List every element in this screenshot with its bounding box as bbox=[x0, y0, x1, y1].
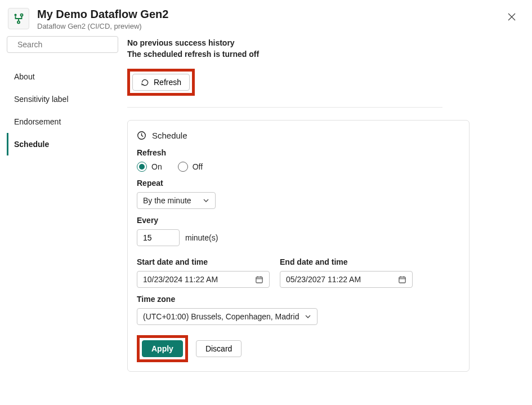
every-input[interactable] bbox=[137, 229, 180, 246]
discard-button-label: Discard bbox=[205, 344, 232, 353]
svg-rect-8 bbox=[256, 277, 262, 282]
refresh-icon bbox=[141, 78, 149, 87]
page-subtitle: Dataflow Gen2 (CI/CD, preview) bbox=[37, 22, 168, 30]
refresh-off-label: Off bbox=[193, 162, 203, 171]
timezone-select-value: (UTC+01:00) Brussels, Copenhagen, Madrid bbox=[143, 312, 299, 321]
calendar-icon bbox=[255, 275, 263, 284]
schedule-panel: Schedule Refresh On Off Repeat By the mi… bbox=[127, 120, 470, 372]
every-field-label: Every bbox=[137, 216, 460, 225]
radio-icon bbox=[137, 162, 147, 172]
end-date-input[interactable]: 05/23/2027 11:22 AM bbox=[280, 271, 413, 288]
refresh-radio-group: On Off bbox=[137, 162, 460, 172]
close-icon bbox=[508, 13, 516, 21]
divider bbox=[127, 107, 442, 108]
clock-icon bbox=[137, 131, 146, 140]
sidebar-item-about[interactable]: About bbox=[7, 65, 118, 88]
close-button[interactable] bbox=[506, 11, 517, 23]
refresh-on-label: On bbox=[151, 162, 162, 171]
svg-rect-12 bbox=[399, 277, 405, 282]
chevron-down-icon bbox=[203, 197, 209, 204]
repeat-field-label: Repeat bbox=[137, 179, 460, 188]
repeat-select[interactable]: By the minute bbox=[137, 192, 216, 209]
schedule-panel-header: Schedule bbox=[137, 131, 460, 140]
apply-highlight: Apply bbox=[137, 335, 188, 362]
refresh-button[interactable]: Refresh bbox=[132, 74, 190, 91]
timezone-field-label: Time zone bbox=[137, 295, 460, 304]
refresh-highlight: Refresh bbox=[127, 69, 195, 96]
refresh-radio-off[interactable]: Off bbox=[178, 162, 203, 172]
timezone-select[interactable]: (UTC+01:00) Brussels, Copenhagen, Madrid bbox=[137, 308, 318, 325]
discard-button[interactable]: Discard bbox=[196, 340, 242, 357]
radio-icon bbox=[178, 162, 188, 172]
apply-button-label: Apply bbox=[151, 344, 173, 353]
repeat-select-value: By the minute bbox=[143, 196, 191, 205]
refresh-field-label: Refresh bbox=[137, 148, 460, 157]
search-input-wrapper[interactable] bbox=[7, 36, 118, 53]
start-date-input[interactable]: 10/23/2024 11:22 AM bbox=[137, 271, 270, 288]
refresh-radio-on[interactable]: On bbox=[137, 162, 162, 172]
svg-point-0 bbox=[14, 14, 16, 16]
end-date-value: 05/23/2027 11:22 AM bbox=[286, 275, 361, 284]
svg-point-1 bbox=[20, 14, 23, 16]
dialog-header: My Demo Dataflow Gen2 Dataflow Gen2 (CI/… bbox=[0, 0, 532, 36]
status-refresh-off: The scheduled refresh is turned off bbox=[127, 50, 514, 59]
status-no-history: No previous success history bbox=[127, 38, 514, 47]
every-unit: minute(s) bbox=[185, 233, 218, 242]
start-date-value: 10/23/2024 11:22 AM bbox=[143, 275, 218, 284]
schedule-panel-title: Schedule bbox=[152, 131, 187, 140]
chevron-down-icon bbox=[305, 313, 311, 320]
apply-button[interactable]: Apply bbox=[142, 340, 183, 357]
search-input[interactable] bbox=[17, 40, 116, 49]
main-content: No previous success history The schedule… bbox=[125, 36, 525, 398]
sidebar-item-endorsement[interactable]: Endorsement bbox=[7, 110, 118, 133]
page-title: My Demo Dataflow Gen2 bbox=[37, 8, 168, 21]
sidebar-item-schedule[interactable]: Schedule bbox=[7, 133, 118, 155]
sidebar-item-sensitivity-label[interactable]: Sensitivity label bbox=[7, 88, 118, 110]
refresh-button-label: Refresh bbox=[154, 78, 181, 87]
dataflow-icon bbox=[8, 8, 29, 29]
sidebar: About Sensitivity label Endorsement Sche… bbox=[7, 36, 125, 398]
end-date-label: End date and time bbox=[280, 257, 413, 266]
start-date-label: Start date and time bbox=[137, 257, 270, 266]
svg-point-2 bbox=[17, 21, 20, 23]
calendar-icon bbox=[398, 275, 406, 284]
